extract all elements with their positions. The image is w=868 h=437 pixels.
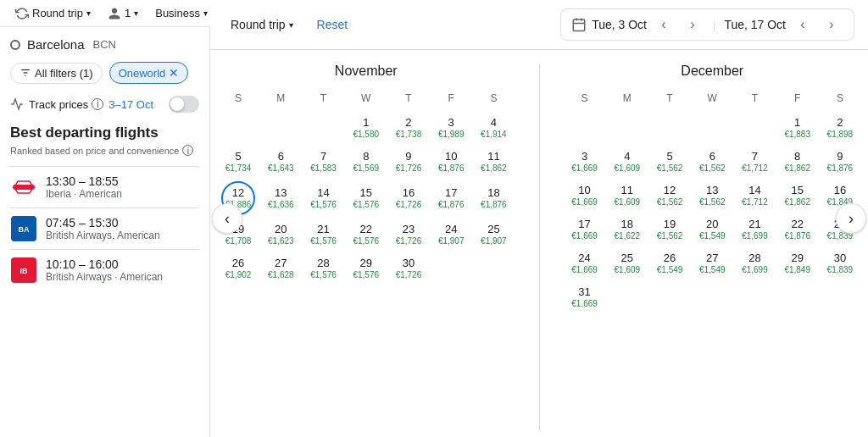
cal-day-29[interactable]: 29€1,576	[345, 252, 387, 285]
dec-day-3[interactable]: 3€1,669	[564, 145, 606, 179]
cal-day-6[interactable]: 6€1,643	[259, 145, 302, 179]
calendar-divider	[539, 64, 540, 430]
cal-day-13[interactable]: 13€1,636	[259, 179, 302, 218]
dec-day-26[interactable]: 26€1,549	[648, 246, 691, 280]
dec-day-15[interactable]: 15€1,862	[776, 179, 819, 213]
dec-day-25[interactable]: 25€1,609	[606, 246, 648, 280]
cal-day-25[interactable]: 25€1,907	[472, 218, 515, 252]
cal-day-16[interactable]: 16€1,726	[387, 179, 430, 218]
cal-empty	[819, 280, 861, 314]
flight-item[interactable]: IB 13:30 – 18:55 Iberia · American	[10, 166, 199, 207]
dec-day-31[interactable]: 31€1,669	[564, 280, 606, 314]
svg-text:IB: IB	[20, 267, 29, 275]
dec-day-1[interactable]: 1€1,883	[776, 111, 819, 145]
flight-time: 10:10 – 16:00	[46, 257, 163, 271]
dec-day-21[interactable]: 21€1,699	[733, 213, 776, 246]
return-next-arrow[interactable]: ›	[820, 13, 843, 36]
depart-next-arrow[interactable]: ›	[681, 13, 704, 36]
reset-button[interactable]: Reset	[317, 18, 348, 31]
dec-day-2[interactable]: 2€1,898	[819, 111, 861, 145]
dec-day-12[interactable]: 12€1,562	[648, 179, 691, 213]
dec-day-6[interactable]: 6€1,562	[691, 145, 733, 179]
depart-prev-arrow[interactable]: ‹	[652, 13, 676, 36]
class-selector[interactable]: Business ▾	[150, 5, 213, 21]
filter-icon	[19, 67, 31, 79]
dec-day-13[interactable]: 13€1,562	[691, 179, 733, 213]
origin-code: BCN	[93, 38, 116, 51]
dec-day-20[interactable]: 20€1,549	[691, 213, 733, 246]
cal-day-15[interactable]: 15€1,576	[345, 179, 387, 218]
flight-item[interactable]: BA 07:45 – 15:30 British Airways, Americ…	[10, 207, 199, 249]
filter-row: All filters (1) Oneworld ✕	[10, 62, 199, 84]
calendar-trip-type[interactable]: Round trip ▾	[224, 14, 300, 35]
track-prices-toggle[interactable]	[169, 96, 199, 113]
cal-day-24[interactable]: 24€1,907	[430, 218, 472, 252]
dec-day-22[interactable]: 22€1,876	[776, 213, 819, 246]
cal-day-23[interactable]: 23€1,726	[387, 218, 430, 252]
cal-day-14[interactable]: 14€1,576	[302, 179, 344, 218]
cal-day-3[interactable]: 3€1,989	[430, 111, 472, 145]
cal-empty	[472, 252, 515, 285]
dec-day-9[interactable]: 9€1,876	[819, 145, 861, 179]
flight-time: 13:30 – 18:55	[46, 174, 122, 188]
all-filters-button[interactable]: All filters (1)	[10, 63, 103, 84]
dec-day-17[interactable]: 17€1,669	[564, 213, 606, 246]
dec-day-4[interactable]: 4€1,609	[606, 145, 648, 179]
class-label: Business	[155, 7, 200, 19]
cal-day-9[interactable]: 9€1,726	[387, 145, 430, 179]
cal-day-20[interactable]: 20€1,623	[259, 218, 302, 252]
close-icon[interactable]: ✕	[169, 66, 179, 80]
cal-empty	[648, 280, 691, 314]
dec-day-18[interactable]: 18€1,622	[606, 213, 648, 246]
cal-day-11[interactable]: 11€1,862	[472, 145, 515, 179]
flight-item[interactable]: IB 10:10 – 16:00 British Airways · Ameri…	[10, 249, 199, 290]
dec-day-28[interactable]: 28€1,699	[733, 246, 776, 280]
dec-day-30[interactable]: 30€1,839	[819, 246, 861, 280]
dec-day-29[interactable]: 29€1,849	[776, 246, 819, 280]
trip-type-selector[interactable]: Round trip ▾	[10, 5, 96, 22]
return-date[interactable]: Tue, 17 Oct	[724, 18, 786, 31]
cal-empty	[302, 111, 344, 145]
cal-day-21[interactable]: 21€1,576	[302, 218, 344, 252]
dow-s: S	[217, 89, 259, 108]
dec-day-7[interactable]: 7€1,712	[733, 145, 776, 179]
next-month-arrow[interactable]: ›	[836, 203, 866, 234]
dec-day-27[interactable]: 27€1,549	[691, 246, 733, 280]
cal-day-10[interactable]: 10€1,876	[430, 145, 472, 179]
oneworld-filter-button[interactable]: Oneworld ✕	[109, 62, 189, 84]
dec-day-5[interactable]: 5€1,562	[648, 145, 691, 179]
cal-day-2[interactable]: 2€1,738	[387, 111, 430, 145]
dec-day-8[interactable]: 8€1,862	[776, 145, 819, 179]
november-calendar: November S M T W T F S 1€1,580 2€1,738 3…	[217, 64, 515, 430]
cal-empty	[691, 111, 733, 145]
svg-text:IB: IB	[21, 184, 27, 190]
dow-m: M	[259, 89, 302, 108]
cal-day-7[interactable]: 7€1,583	[302, 145, 344, 179]
passengers-selector[interactable]: 1 ▾	[103, 5, 143, 22]
cal-day-22[interactable]: 22€1,576	[345, 218, 387, 252]
cal-day-8[interactable]: 8€1,569	[345, 145, 387, 179]
calendar-trip-label: Round trip	[231, 18, 286, 31]
flight-airline: British Airways, American	[46, 230, 160, 241]
cal-day-28[interactable]: 28€1,576	[302, 252, 344, 285]
november-title: November	[217, 64, 515, 79]
left-panel: Barcelona BCN All filters (1) Oneworld ✕…	[0, 27, 210, 437]
cal-day-30[interactable]: 30€1,726	[387, 252, 430, 285]
december-grid: S M T W T F S 1€1,883 2€1,898 3€1,669 4€…	[564, 89, 862, 314]
cal-day-1[interactable]: 1€1,580	[345, 111, 387, 145]
return-prev-arrow[interactable]: ‹	[791, 13, 815, 36]
dec-day-11[interactable]: 11€1,609	[606, 179, 648, 213]
cal-day-17[interactable]: 17€1,876	[430, 179, 472, 218]
cal-day-26[interactable]: 26€1,902	[217, 252, 259, 285]
dec-day-24[interactable]: 24€1,669	[564, 246, 606, 280]
prev-month-arrow[interactable]: ‹	[212, 203, 242, 234]
dow-t2: T	[733, 89, 776, 108]
cal-day-4[interactable]: 4€1,914	[472, 111, 515, 145]
dec-day-19[interactable]: 19€1,562	[648, 213, 691, 246]
dec-day-14[interactable]: 14€1,712	[733, 179, 776, 213]
cal-day-5[interactable]: 5€1,734	[217, 145, 259, 179]
cal-day-18[interactable]: 18€1,876	[472, 179, 515, 218]
cal-day-27[interactable]: 27€1,628	[259, 252, 302, 285]
depart-date[interactable]: Tue, 3 Oct	[592, 18, 647, 31]
dec-day-10[interactable]: 10€1,669	[564, 179, 606, 213]
